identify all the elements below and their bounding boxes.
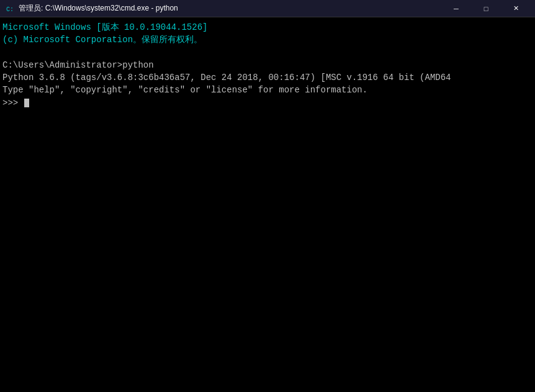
prompt-text: >>> bbox=[2, 97, 24, 109]
cursor-blink bbox=[24, 99, 29, 107]
console-prompt-line: >>> bbox=[2, 97, 533, 109]
console-line-4: C:\Users\Administrator>python bbox=[2, 59, 533, 71]
console-line-5: Python 3.6.8 (tags/v3.6.8:3c6b436a57, De… bbox=[2, 71, 533, 84]
console-line-2: (c) Microsoft Corporation。保留所有权利。 bbox=[2, 33, 533, 46]
console-line-6: Type "help", "copyright", "credits" or "… bbox=[2, 84, 533, 96]
console-window[interactable]: Microsoft Windows [版本 10.0.19044.1526] (… bbox=[0, 17, 535, 392]
maximize-button[interactable]: □ bbox=[472, 0, 500, 17]
console-line-1: Microsoft Windows [版本 10.0.19044.1526] bbox=[2, 21, 533, 33]
console-line-3 bbox=[2, 47, 533, 59]
minimize-button[interactable]: ─ bbox=[442, 0, 470, 17]
svg-text:C:: C: bbox=[6, 6, 14, 13]
cmd-icon: C: bbox=[5, 4, 15, 14]
close-button[interactable]: ✕ bbox=[501, 0, 530, 17]
window-controls: ─ □ ✕ bbox=[442, 0, 530, 17]
window-title: 管理员: C:\Windows\system32\cmd.exe - pytho… bbox=[19, 3, 438, 14]
title-bar: C: 管理员: C:\Windows\system32\cmd.exe - py… bbox=[0, 0, 535, 17]
